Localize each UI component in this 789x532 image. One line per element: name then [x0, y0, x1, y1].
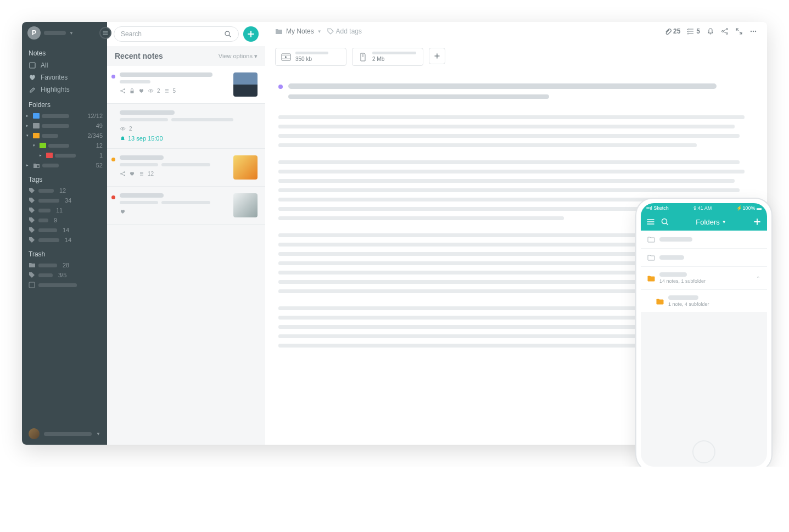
attachment-name-placeholder — [372, 52, 416, 54]
menu-icon[interactable] — [646, 217, 655, 226]
phone-home-button[interactable] — [692, 440, 715, 463]
phone-folder-item[interactable] — [641, 231, 767, 249]
plus-icon — [434, 53, 440, 59]
breadcrumb[interactable]: My Notes ▼ — [275, 27, 322, 35]
folder-item[interactable]: ▾ 2/345 — [22, 131, 107, 141]
tag-item[interactable]: 12 — [22, 186, 107, 195]
svg-point-8 — [150, 90, 151, 91]
tag-icon — [327, 28, 334, 35]
user-avatar: P — [27, 26, 41, 40]
nav-highlights[interactable]: Highlights — [22, 83, 107, 96]
folder-icon — [647, 236, 655, 243]
content-subtitle-placeholder — [288, 94, 549, 99]
recent-header: Recent notes View options ▾ — [107, 46, 265, 66]
note-text-placeholder — [120, 80, 150, 83]
attachment-video[interactable]: 350 kb — [275, 48, 346, 66]
section-notes-title: Notes — [22, 44, 107, 59]
folder-item[interactable]: ▸ 52 — [22, 160, 107, 170]
trash-type-icon — [29, 262, 35, 268]
tag-item[interactable]: 34 — [22, 195, 107, 205]
expand-icon: ▸ — [26, 124, 31, 128]
add-tags-button[interactable]: Add tags — [327, 27, 362, 35]
folder-item[interactable]: ▸ 12/12 — [22, 111, 107, 121]
add-attachment-button[interactable] — [429, 48, 445, 64]
svg-point-9 — [122, 128, 123, 129]
content-paragraph — [278, 115, 754, 147]
folder-count: 2/345 — [87, 132, 103, 139]
highlight-icon — [29, 86, 36, 93]
share-button[interactable] — [721, 27, 729, 35]
phone-folder-item[interactable]: 14 notes, 1 subfolder ⌃ — [641, 267, 767, 290]
phone-folder-meta: 14 notes, 1 subfolder — [659, 278, 752, 284]
plus-icon — [247, 30, 255, 38]
content-line-placeholder — [278, 188, 740, 192]
note-thumbnail — [233, 193, 258, 217]
tag-item[interactable]: 14 — [22, 235, 107, 245]
tag-item[interactable]: 9 — [22, 215, 107, 225]
note-text-placeholder — [161, 201, 211, 204]
content-line-placeholder — [278, 115, 745, 119]
content-line-placeholder — [278, 134, 740, 138]
folder-count: 1 — [99, 152, 103, 159]
svg-rect-0 — [30, 63, 35, 68]
tag-item[interactable]: 14 — [22, 225, 107, 235]
tag-icon — [29, 237, 35, 243]
shared-folder-icon — [33, 163, 40, 169]
sidebar-bottom-user[interactable]: ▼ — [22, 423, 107, 445]
more-button[interactable] — [749, 27, 757, 35]
trash-item[interactable]: 28 — [22, 260, 107, 270]
phone-folder-item[interactable]: 1 note, 4 subfolder — [641, 290, 767, 313]
sidebar-toggle-button[interactable] — [99, 27, 111, 39]
note-text-placeholder — [120, 118, 168, 121]
search-box[interactable] — [114, 26, 239, 42]
trash-item[interactable] — [22, 280, 107, 290]
nav-favorites[interactable]: Favorites — [22, 71, 107, 83]
folder-item[interactable]: ▸ 1 — [22, 150, 107, 160]
tag-item[interactable]: 11 — [22, 205, 107, 215]
attachments-count[interactable]: 25 — [664, 27, 680, 35]
svg-point-15 — [722, 31, 724, 32]
svg-point-16 — [726, 33, 728, 35]
trash-item[interactable]: 3/5 — [22, 270, 107, 280]
folder-item[interactable]: ▾ 12 — [22, 141, 107, 150]
phone-folder-item[interactable] — [641, 249, 767, 267]
content-line-placeholder — [278, 170, 745, 173]
tag-name-placeholder — [38, 189, 54, 193]
svg-point-17 — [751, 31, 752, 32]
note-card[interactable] — [107, 187, 265, 225]
folder-name-placeholder — [42, 164, 59, 167]
tag-name-placeholder — [38, 199, 59, 203]
note-title-placeholder — [120, 193, 164, 198]
phone-folder-name-placeholder — [659, 237, 692, 242]
notifications-button[interactable] — [707, 27, 714, 35]
note-card[interactable]: 12 — [107, 149, 265, 187]
sidebar: P ▼ Notes All Favorites Highlights Folde… — [22, 22, 107, 445]
chevron-down-icon: ▼ — [96, 432, 100, 436]
folder-icon — [647, 254, 655, 261]
note-card[interactable]: 2 13 sep 15:00 — [107, 104, 265, 149]
attachment-archive[interactable]: 2 Mb — [352, 48, 423, 66]
note-meta — [120, 209, 229, 215]
phone-folder-meta: 1 note, 4 subfolder — [668, 301, 760, 307]
tag-icon — [29, 187, 35, 194]
view-options-button[interactable]: View options ▾ — [219, 53, 258, 60]
search-icon[interactable] — [661, 217, 669, 226]
tag-name-placeholder — [38, 238, 59, 242]
section-trash-title: Trash — [22, 245, 107, 260]
sidebar-user[interactable]: P ▼ — [22, 22, 107, 44]
checklist-count[interactable]: 5 — [687, 27, 700, 35]
attachments-bar: 350 kb 2 Mb — [265, 41, 767, 72]
trash-name-placeholder — [38, 283, 77, 287]
add-note-button[interactable] — [243, 26, 259, 42]
phone-title[interactable]: Folders ▼ — [675, 218, 747, 226]
trash-count: 28 — [63, 262, 69, 268]
nav-all[interactable]: All — [22, 59, 107, 71]
expand-button[interactable] — [735, 27, 743, 35]
note-card[interactable]: 25 — [107, 66, 265, 104]
note-toolbar: My Notes ▼ Add tags 25 5 — [265, 22, 767, 41]
chevron-down-icon: ▼ — [69, 31, 74, 36]
folder-item[interactable]: ▸ 49 — [22, 121, 107, 131]
search-input[interactable] — [121, 30, 220, 38]
nav-label: Favorites — [41, 74, 68, 81]
plus-icon[interactable] — [753, 217, 762, 226]
